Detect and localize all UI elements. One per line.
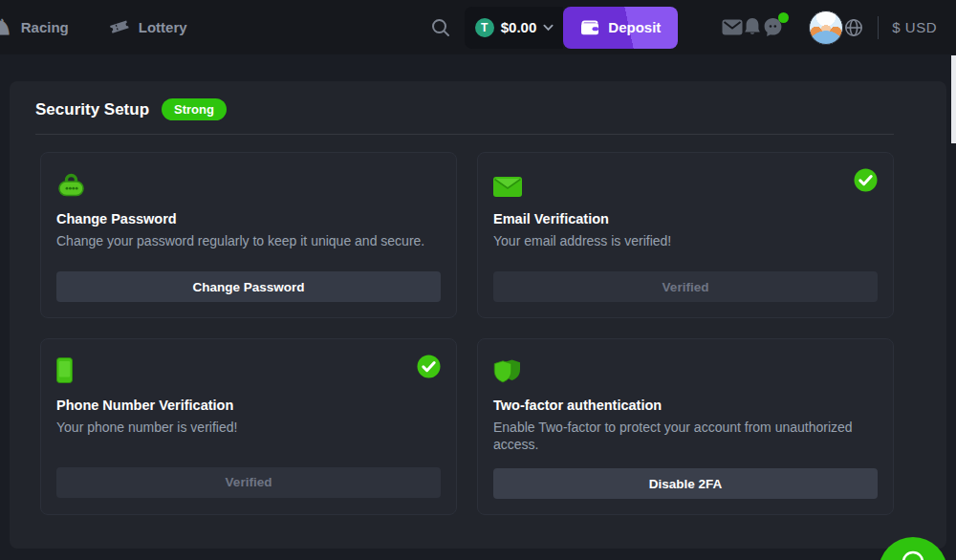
email-verified-button: Verified [493, 271, 878, 302]
mail-button[interactable] [722, 19, 743, 35]
mail-icon [722, 19, 743, 35]
deposit-button[interactable]: Deposit [563, 7, 678, 49]
chat-button[interactable] [762, 16, 784, 38]
phone-verified-button: Verified [56, 467, 441, 498]
nav-item-lottery[interactable]: Lottery [109, 18, 187, 36]
card-title: Change Password [56, 211, 177, 226]
ticket-icon [109, 18, 130, 36]
wallet-icon [580, 20, 599, 35]
card-title: Email Verification [493, 211, 609, 226]
security-setup-panel: Security Setup Strong Change Password Ch… [10, 81, 946, 549]
page-title: Security Setup [35, 100, 149, 119]
card-description: Change your password regularly to keep i… [56, 233, 424, 250]
verified-check-icon [417, 355, 441, 382]
envelope-icon [493, 171, 522, 197]
deposit-label: Deposit [608, 19, 661, 35]
card-description: Your phone number is verified! [56, 420, 237, 437]
panel-header: Security Setup Strong [26, 98, 894, 120]
scrollbar-thumb[interactable] [951, 55, 956, 143]
card-two-factor: Two-factor authentication Enable Two-fac… [477, 338, 894, 515]
tether-coin-icon: T [475, 18, 494, 37]
chat-unread-dot [778, 12, 789, 23]
nav-item-label: Lottery [139, 19, 187, 35]
verified-check-icon [854, 168, 878, 196]
card-title: Phone Number Verification [56, 398, 233, 413]
search-icon [430, 17, 451, 38]
card-title: Two-factor authentication [493, 398, 662, 413]
disable-2fa-button[interactable]: Disable 2FA [493, 468, 878, 499]
avatar[interactable] [809, 11, 843, 45]
horse-icon: ♞ [0, 17, 12, 38]
nav-item-label: Racing [21, 19, 69, 35]
nav-item-racing[interactable]: ♞ Racing [0, 17, 69, 38]
navbar-divider [878, 16, 879, 39]
strength-badge: Strong [162, 98, 227, 120]
balance-amount: $0.00 [501, 19, 537, 35]
currency-selector[interactable]: $ USD [892, 19, 937, 35]
top-navbar: ♞ Racing Lottery T $0.00 [0, 0, 956, 54]
smartphone-icon [56, 357, 73, 383]
wallet-balance-dropdown[interactable]: T $0.00 [465, 7, 564, 49]
shield-icon [493, 357, 523, 383]
navbar-icon-group [722, 11, 864, 45]
security-cards-grid: Change Password Change your password reg… [40, 152, 894, 515]
bell-icon [743, 17, 762, 37]
header-divider [35, 134, 894, 135]
padlock-icon [56, 171, 86, 197]
globe-icon [843, 17, 864, 38]
language-button[interactable] [843, 17, 864, 38]
card-phone-verification: Phone Number Verification Your phone num… [40, 338, 457, 515]
search-button[interactable] [430, 17, 451, 38]
change-password-button[interactable]: Change Password [56, 271, 441, 302]
card-description: Enable Two-factor to protect your accoun… [493, 420, 878, 453]
headset-icon [898, 549, 928, 560]
notifications-button[interactable] [743, 17, 762, 37]
card-change-password: Change Password Change your password reg… [40, 152, 457, 318]
card-description: Your email address is verified! [493, 233, 671, 250]
card-email-verification: Email Verification Your email address is… [477, 152, 894, 318]
chevron-down-icon [543, 24, 554, 32]
